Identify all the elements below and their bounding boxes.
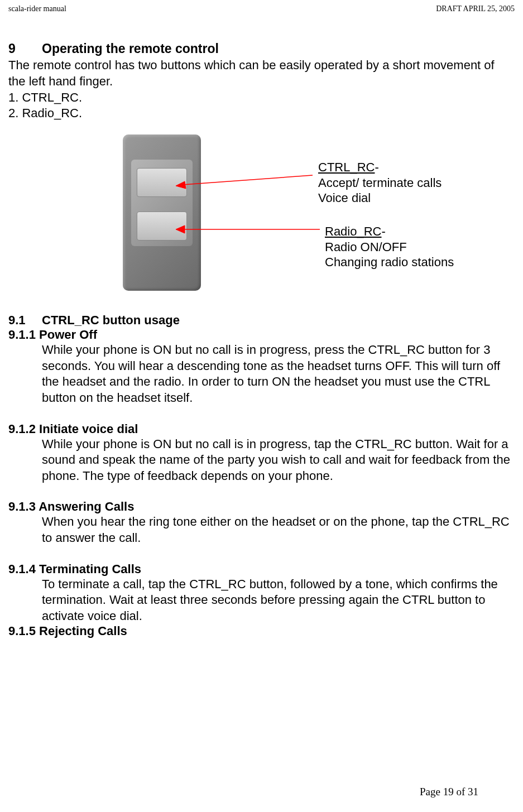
- callout-radio-rc-line2: Radio ON/OFF: [325, 240, 407, 254]
- header-right: DRAFT APRIL 25, 2005: [436, 4, 515, 13]
- item-915-title: Rejecting Calls: [39, 624, 127, 638]
- callout-ctrl-rc-line3: Voice dial: [318, 191, 371, 205]
- subsection-number: 9.1: [8, 313, 42, 328]
- svg-line-0: [183, 175, 313, 185]
- section-title: Operating the remote control: [42, 41, 219, 56]
- callout-radio-rc: Radio_RC- Radio ON/OFF Changing radio st…: [325, 224, 454, 270]
- item-911-heading: 9.1.1 Power Off: [8, 328, 515, 342]
- callout-radio-rc-line3: Changing radio stations: [325, 255, 454, 269]
- section-number: 9: [8, 41, 42, 56]
- item-912-num: 9.1.2: [8, 422, 36, 436]
- item-911-title: Power Off: [39, 328, 97, 342]
- list-item-2: 2. Radio_RC.: [8, 106, 515, 121]
- header-left: scala-rider manual: [8, 4, 66, 13]
- subsection-title: CTRL_RC button usage: [42, 313, 180, 327]
- svg-marker-1: [176, 181, 186, 189]
- item-914-num: 9.1.4: [8, 562, 36, 576]
- item-912-body: While your phone is ON but no call is in…: [42, 436, 515, 484]
- callout-radio-rc-title: Radio_RC: [325, 224, 382, 238]
- figure: CTRL_RC- Accept/ terminate calls Voice d…: [8, 129, 515, 307]
- item-912-heading: 9.1.2 Initiate voice dial: [8, 422, 515, 436]
- item-913-num: 9.1.3: [8, 499, 36, 514]
- remote-control-image: [112, 129, 215, 302]
- callout-ctrl-rc-title: CTRL_RC: [318, 160, 375, 174]
- item-914-title: Terminating Calls: [39, 562, 141, 576]
- section-heading: 9Operating the remote control: [8, 41, 515, 56]
- item-911-num: 9.1.1: [8, 328, 36, 342]
- page-header: scala-rider manual DRAFT APRIL 25, 2005: [8, 4, 515, 13]
- svg-marker-3: [176, 225, 185, 233]
- intro-text: The remote control has two buttons which…: [8, 57, 515, 89]
- item-913-heading: 9.1.3 Answering Calls: [8, 499, 515, 514]
- callout-ctrl-rc-line2: Accept/ terminate calls: [318, 176, 442, 190]
- arrow-radio-rc-icon: [176, 224, 321, 235]
- item-915-heading: 9.1.5 Rejecting Calls: [8, 624, 515, 638]
- page-footer: Page 19 of 31: [420, 786, 478, 798]
- item-913-title: Answering Calls: [39, 499, 134, 513]
- arrow-ctrl-rc-icon: [176, 174, 315, 190]
- item-914-heading: 9.1.4 Terminating Calls: [8, 562, 515, 576]
- item-911-body: While your phone is ON but no call is in…: [42, 342, 515, 406]
- item-912-title: Initiate voice dial: [39, 422, 138, 436]
- list-item-1: 1. CTRL_RC.: [8, 90, 515, 105]
- item-913-body: When you hear the ring tone either on th…: [42, 514, 515, 546]
- subsection-heading: 9.1CTRL_RC button usage: [8, 313, 515, 328]
- callout-ctrl-rc: CTRL_RC- Accept/ terminate calls Voice d…: [318, 160, 442, 206]
- item-915-num: 9.1.5: [8, 624, 36, 638]
- item-914-body: To terminate a call, tap the CTRL_RC but…: [42, 576, 515, 624]
